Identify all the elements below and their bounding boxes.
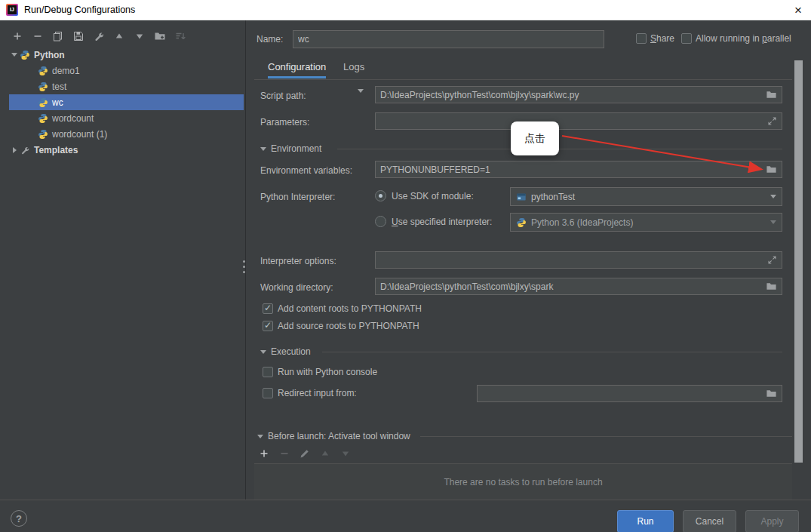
section-divider [420, 436, 792, 437]
working-directory-value: D:\IdeaProjects\pythonTest\com\bjlxy\spa… [380, 281, 761, 292]
run-console-label: Run with Python console [278, 367, 377, 377]
tree-item-wordcount-1[interactable]: wordcount (1) [9, 126, 272, 142]
remove-task-button[interactable] [278, 447, 291, 460]
tree-group-templates[interactable]: Templates [9, 142, 244, 158]
tree-item-test[interactable]: test [9, 78, 272, 94]
tree-group-python[interactable]: Python [9, 47, 244, 63]
tree-group-label: Templates [34, 145, 78, 155]
use-specified-radio[interactable] [375, 216, 386, 227]
move-down-button[interactable] [133, 29, 146, 43]
run-console-checkbox[interactable] [263, 367, 273, 377]
browse-folder-icon[interactable] [766, 388, 777, 399]
python-file-icon [38, 81, 48, 92]
python-file-icon [38, 97, 48, 108]
tree-group-label: Python [34, 50, 65, 60]
save-configuration-button[interactable] [72, 29, 85, 43]
share-option: Share [636, 33, 674, 44]
run-debug-configurations-dialog: IJ Run/Debug Configurations × Python [0, 0, 811, 532]
interpreter-options-input[interactable] [375, 251, 782, 269]
tree-item-label: demo1 [52, 66, 80, 76]
task-down-button[interactable] [339, 447, 352, 460]
footer-divider [0, 500, 811, 500]
use-specified-option: Use specified interpreter: [375, 216, 492, 227]
tab-configuration[interactable]: Configuration [268, 61, 326, 78]
content-roots-checkbox[interactable] [263, 303, 273, 314]
working-directory-input[interactable]: D:\IdeaProjects\pythonTest\com\bjlxy\spa… [375, 278, 782, 295]
share-checkbox[interactable] [636, 33, 647, 44]
chevron-right-icon[interactable] [9, 147, 20, 153]
tab-logs[interactable]: Logs [343, 61, 364, 76]
move-up-button[interactable] [112, 29, 126, 43]
edit-task-button[interactable] [298, 447, 312, 460]
scrollbar-thumb[interactable] [794, 60, 803, 463]
allow-parallel-label: Allow running in parallel [696, 33, 791, 44]
source-roots-checkbox[interactable] [263, 321, 273, 331]
tree-item-wc[interactable]: wc [9, 94, 244, 110]
browse-folder-icon[interactable] [766, 89, 777, 100]
splitter-handle[interactable] [243, 260, 245, 273]
working-directory-label: Working directory: [260, 282, 333, 293]
tree-item-label: wordcount [52, 113, 94, 124]
interpreter-combobox[interactable]: Python 3.6 (IdeaProjects) [510, 213, 782, 232]
dropdown-arrow-icon [770, 195, 776, 198]
share-label: Share [650, 33, 674, 44]
script-path-value: D:\IdeaProjects\pythonTest\com\bjlxy\spa… [380, 90, 761, 100]
click-tooltip: 点击 [511, 121, 559, 155]
use-sdk-label: Use SDK of module: [392, 191, 474, 201]
script-path-input[interactable]: D:\IdeaProjects\pythonTest\com\bjlxy\spa… [375, 86, 782, 103]
cancel-button[interactable]: Cancel [683, 510, 736, 532]
redirect-input-checkbox[interactable] [263, 388, 273, 398]
expand-field-icon[interactable] [767, 255, 777, 265]
help-button[interactable]: ? [11, 510, 27, 527]
remove-configuration-button[interactable] [31, 29, 45, 43]
python-file-icon [38, 66, 48, 76]
source-roots-option: Add source roots to PYTHONPATH [263, 321, 419, 331]
parallel-option: Allow running in parallel [681, 33, 791, 44]
name-input[interactable]: wc [293, 30, 604, 48]
interpreter-combobox-value: Python 3.6 (IdeaProjects) [531, 217, 633, 228]
environment-section-header[interactable]: Environment [260, 143, 321, 154]
apply-button[interactable]: Apply [745, 510, 799, 532]
run-button[interactable]: Run [617, 510, 674, 532]
expand-field-icon[interactable] [767, 116, 777, 126]
execution-section-label: Execution [271, 346, 311, 357]
parameters-input[interactable] [375, 112, 782, 130]
run-console-option: Run with Python console [263, 367, 377, 377]
tabs-divider [254, 79, 792, 80]
python-icon [516, 217, 527, 228]
allow-parallel-checkbox[interactable] [681, 33, 692, 44]
use-sdk-radio[interactable] [375, 190, 386, 201]
env-vars-browse-button[interactable] [766, 164, 777, 175]
script-path-type-chevron[interactable] [358, 93, 364, 106]
sort-configurations-button[interactable] [174, 29, 187, 43]
close-button[interactable]: × [794, 4, 802, 17]
module-icon [516, 192, 527, 202]
task-up-button[interactable] [318, 447, 332, 460]
configurations-toolbar [11, 29, 187, 43]
section-divider [337, 149, 782, 149]
redirect-input-label: Redirect input from: [278, 388, 357, 398]
execution-section-header[interactable]: Execution [260, 346, 311, 357]
add-configuration-button[interactable] [11, 29, 24, 43]
titlebar: IJ Run/Debug Configurations × [0, 0, 811, 20]
parameters-label: Parameters: [260, 117, 309, 128]
tree-item-label: test [52, 81, 66, 92]
section-divider [322, 352, 782, 352]
collapse-chevron-icon [257, 435, 263, 438]
environment-variables-input[interactable]: PYTHONUNBUFFERED=1 [375, 161, 782, 178]
module-combobox[interactable]: pythonTest [510, 187, 782, 206]
tree-item-demo1[interactable]: demo1 [9, 63, 272, 78]
edit-templates-button[interactable] [92, 29, 106, 43]
python-icon [20, 50, 30, 60]
interpreter-options-label: Interpreter options: [260, 256, 336, 266]
tree-item-wordcount[interactable]: wordcount [9, 110, 272, 126]
browse-folder-icon[interactable] [766, 281, 777, 292]
python-file-icon [38, 113, 48, 124]
redirect-input-field[interactable] [477, 385, 782, 402]
before-launch-section-header[interactable]: Before launch: Activate tool window [257, 431, 410, 441]
create-folder-button[interactable] [153, 29, 167, 43]
copy-configuration-button[interactable] [51, 29, 65, 43]
before-launch-tasks-panel: There are no tasks to run before launch [254, 463, 792, 500]
chevron-down-icon[interactable] [9, 53, 20, 57]
add-task-button[interactable] [257, 447, 271, 460]
